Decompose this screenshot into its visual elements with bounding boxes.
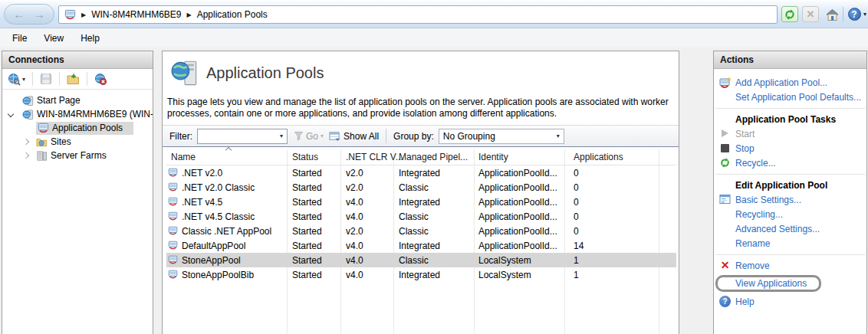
actions-separator bbox=[715, 174, 865, 175]
application-pools-icon bbox=[171, 60, 199, 87]
pool-pipeline: Classic bbox=[399, 226, 472, 237]
actions-group-edit-application-pool: Edit Application Pool bbox=[714, 178, 866, 192]
toolbar-separator bbox=[59, 72, 60, 86]
disconnect-button[interactable] bbox=[93, 71, 109, 87]
page-description: This page lets you view and manage the l… bbox=[167, 97, 676, 120]
server-farms-icon bbox=[36, 150, 48, 162]
breadcrumb-page[interactable]: Application Pools bbox=[197, 9, 268, 20]
home-button[interactable] bbox=[824, 6, 840, 22]
pool-identity: LocalSystem bbox=[478, 270, 563, 280]
add-app-pool-icon bbox=[718, 77, 732, 89]
action-add-application-pool[interactable]: Add Application Pool... bbox=[714, 75, 866, 90]
menu-file[interactable]: File bbox=[4, 30, 35, 47]
connect-button[interactable]: ▾ bbox=[6, 71, 27, 87]
pool-status: Started bbox=[292, 211, 340, 222]
menu-view[interactable]: View bbox=[35, 30, 72, 47]
tree-label: Server Farms bbox=[51, 150, 107, 161]
action-advanced-settings[interactable]: Advanced Settings... bbox=[714, 221, 866, 236]
pool-identity: ApplicationPoolId... bbox=[478, 182, 563, 193]
breadcrumb-server[interactable]: WIN-8M4RMHM6BE9 bbox=[91, 9, 181, 20]
column-header-name[interactable]: Name bbox=[171, 152, 196, 162]
group-by-label: Group by: bbox=[393, 131, 434, 142]
table-row[interactable]: .NET v4.5 Started v4.0 Integrated Applic… bbox=[166, 195, 676, 209]
column-header-applications[interactable]: Applications bbox=[574, 152, 623, 162]
column-header-status[interactable]: Status bbox=[292, 152, 318, 162]
action-set-application-pool-defaults[interactable]: Set Application Pool Defaults... bbox=[714, 90, 866, 104]
sites-icon bbox=[36, 136, 48, 147]
chevron-expanded-icon[interactable] bbox=[8, 111, 14, 117]
pool-clr-version: v4.0 bbox=[346, 241, 392, 251]
pool-applications: 14 bbox=[574, 241, 643, 251]
table-row[interactable]: DefaultAppPool Started v4.0 Integrated A… bbox=[166, 238, 676, 253]
action-recycle[interactable]: Recycle... bbox=[714, 156, 866, 170]
tree-item-application-pools[interactable]: Application Pools bbox=[2, 121, 153, 135]
filter-input[interactable] bbox=[202, 130, 271, 142]
breadcrumb-arrow-icon: ▶ bbox=[187, 11, 192, 18]
action-view-applications[interactable]: View Applications bbox=[735, 278, 807, 289]
help-icon: ? bbox=[718, 296, 732, 307]
connections-header: Connections bbox=[2, 51, 153, 69]
new-folder-button[interactable] bbox=[65, 71, 81, 87]
tree-item-server[interactable]: WIN-8M4RMHM6BE9 (WIN-8 bbox=[2, 107, 153, 121]
show-all-icon bbox=[329, 131, 340, 142]
pool-pipeline: Integrated bbox=[399, 197, 472, 208]
column-header-pipeline[interactable]: Managed Pipel... bbox=[399, 152, 468, 162]
table-header-row: Name Status .NET CLR V... Managed Pipel.… bbox=[166, 149, 676, 165]
pool-name: StoneAppPoolBib bbox=[182, 270, 285, 280]
filter-combobox[interactable]: ▾ bbox=[197, 129, 288, 144]
refresh-button[interactable] bbox=[781, 6, 798, 22]
menu-help[interactable]: Help bbox=[72, 30, 108, 47]
pool-name: .NET v2.0 bbox=[182, 168, 285, 178]
connections-panel: Connections ▾ Start Page bbox=[2, 51, 153, 334]
pool-applications: 0 bbox=[574, 168, 643, 178]
help-button[interactable]: ? bbox=[846, 6, 863, 22]
tree-label: Application Pools bbox=[52, 123, 123, 133]
forward-icon[interactable]: → bbox=[34, 8, 45, 20]
table-row[interactable]: .NET v4.5 Classic Started v4.0 Classic A… bbox=[166, 209, 676, 224]
action-recycling[interactable]: Recycling... bbox=[714, 207, 866, 221]
sort-ascending-icon bbox=[225, 147, 232, 153]
action-rename[interactable]: Rename bbox=[714, 236, 866, 250]
chevron-collapsed-icon[interactable] bbox=[23, 139, 29, 145]
connections-toolbar: ▾ bbox=[2, 69, 153, 90]
chevron-collapsed-icon[interactable] bbox=[23, 152, 29, 159]
connections-tree: Start Page WIN-8M4RMHM6BE9 (WIN-8 Applic… bbox=[2, 90, 153, 162]
table-row[interactable]: StoneAppPoolBib Started v4.0 Integrated … bbox=[166, 267, 676, 282]
connect-dropdown-icon: ▾ bbox=[22, 76, 25, 83]
column-header-clr-version[interactable]: .NET CLR V... bbox=[346, 152, 403, 162]
action-help[interactable]: ? Help bbox=[714, 294, 866, 309]
pool-identity: LocalSystem bbox=[478, 255, 563, 266]
action-remove[interactable]: ✕ Remove bbox=[714, 258, 866, 273]
pool-applications: 1 bbox=[574, 255, 643, 266]
tree-label: Start Page bbox=[37, 95, 81, 106]
column-header-identity[interactable]: Identity bbox=[478, 152, 508, 162]
remove-icon: ✕ bbox=[718, 260, 732, 270]
app-pool-icon bbox=[168, 168, 178, 178]
back-icon[interactable]: ← bbox=[13, 8, 25, 20]
pool-identity: ApplicationPoolId... bbox=[478, 197, 563, 208]
chevron-down-icon[interactable]: ▾ bbox=[557, 133, 560, 139]
show-all-button[interactable]: Show All bbox=[329, 131, 379, 142]
tree-item-sites[interactable]: Sites bbox=[2, 135, 153, 149]
filter-toolbar: Filter: ▾ Go ▾ Show All Group by: No Gro… bbox=[163, 125, 679, 147]
tree-item-server-farms[interactable]: Server Farms bbox=[2, 149, 153, 162]
breadcrumb[interactable]: ▶ WIN-8M4RMHM6BE9 ▶ Application Pools bbox=[58, 5, 778, 24]
table-row[interactable]: Classic .NET AppPool Started v2.0 Classi… bbox=[166, 224, 676, 238]
chevron-down-icon[interactable]: ▾ bbox=[280, 133, 283, 139]
table-row-selected[interactable]: StoneAppPool Started v4.0 Classic LocalS… bbox=[166, 253, 676, 267]
group-by-select[interactable]: No Grouping ▾ bbox=[439, 129, 564, 144]
pool-identity: ApplicationPoolId... bbox=[478, 226, 563, 237]
pool-name: StoneAppPool bbox=[182, 255, 285, 266]
tree-item-start-page[interactable]: Start Page bbox=[2, 93, 153, 107]
pool-identity: ApplicationPoolId... bbox=[478, 241, 563, 251]
help-dropdown-icon[interactable]: ▾ bbox=[863, 11, 866, 18]
table-row[interactable]: .NET v2.0 Started v2.0 Integrated Applic… bbox=[166, 165, 676, 180]
pool-clr-version: v2.0 bbox=[346, 168, 392, 178]
table-row[interactable]: .NET v2.0 Classic Started v2.0 Classic A… bbox=[166, 180, 676, 195]
action-basic-settings[interactable]: Basic Settings... bbox=[714, 192, 866, 207]
action-stop[interactable]: Stop bbox=[714, 141, 866, 156]
address-bar: ← → ▶ WIN-8M4RMHM6BE9 ▶ Application Pool… bbox=[0, 0, 868, 28]
pool-applications: 0 bbox=[574, 182, 643, 193]
pool-pipeline: Integrated bbox=[399, 270, 472, 280]
pool-status: Started bbox=[292, 197, 340, 208]
